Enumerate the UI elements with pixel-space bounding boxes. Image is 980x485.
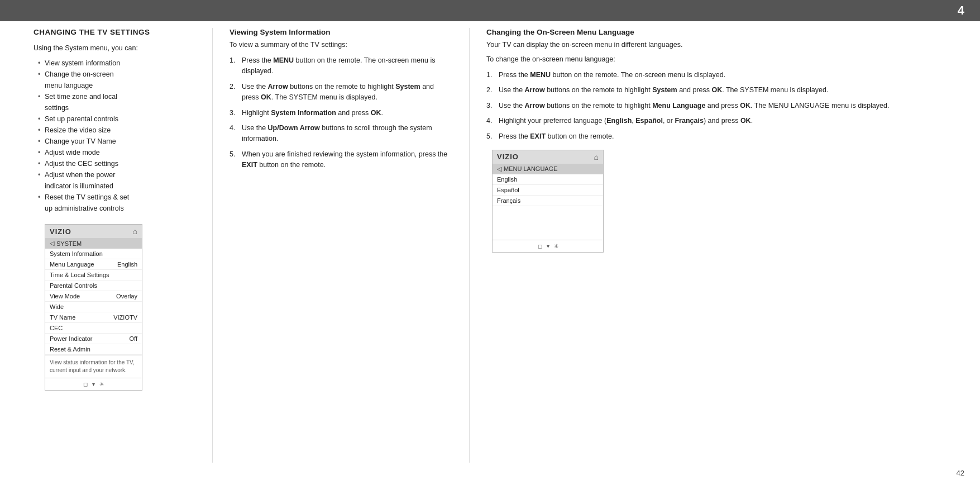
menu-item-francais: Français	[493, 196, 603, 206]
r-bold-ok3: OK	[740, 117, 751, 125]
top-bar: 4	[0, 0, 980, 21]
menu-item-power-indicator: Power IndicatorOff	[45, 334, 142, 344]
list-item: Reset the TV settings & setup administra…	[38, 192, 195, 214]
menu-item-tv-name: TV NameVIZIOTV	[45, 312, 142, 323]
menu-item-view-mode: View ModeOverlay	[45, 291, 142, 302]
section-title: CHANGING THE TV SETTINGS	[34, 28, 195, 36]
main-content: CHANGING THE TV SETTINGS Using the Syste…	[34, 28, 946, 463]
r-bold-arrow2: Arrow	[525, 102, 545, 110]
r-bold-english: English	[606, 117, 632, 125]
subheader-label: SYSTEM	[56, 240, 82, 247]
vizio-logo: VIZIO	[50, 227, 71, 236]
col-right: Changing the On-Screen Menu Language You…	[469, 28, 946, 463]
bold-ok-2: OK	[371, 109, 381, 117]
bold-arrow: Arrow	[268, 83, 288, 91]
menu-item-time-local: Time & Local Settings	[45, 270, 142, 280]
step-4: Use the Up/Down Arrow buttons to scroll …	[230, 123, 452, 145]
list-item: View system information	[38, 58, 195, 69]
list-item: Resize the video size	[38, 125, 195, 136]
nav-back-icon: ◻	[83, 381, 88, 387]
nav-down-icon: ▾	[92, 381, 95, 387]
back-arrow-icon: ◁	[50, 240, 54, 247]
back-arrow-icon-right: ◁	[497, 165, 501, 173]
r-bold-ok2: OK	[740, 102, 750, 110]
step-3: Highlight System Information and press O…	[230, 108, 452, 118]
home-icon-right: ⌂	[594, 153, 599, 161]
vizio-menu-header: VIZIO ⌂	[45, 225, 142, 238]
bold-system-info: System Information	[271, 109, 336, 117]
vizio-menu-right-header: VIZIO ⌂	[493, 150, 603, 164]
page-number: 4	[958, 3, 964, 18]
bold-menu: MENU	[273, 56, 294, 64]
menu-item-espanol: Español	[493, 185, 603, 196]
step-2: Use the Arrow buttons on the remote to h…	[230, 82, 452, 103]
menu-item-wide: Wide	[45, 302, 142, 312]
right-title: Changing the On-Screen Menu Language	[486, 28, 946, 36]
bullet-list: View system information Change the on-sc…	[38, 58, 195, 214]
r-bold-menu: MENU	[530, 71, 551, 79]
list-item: Change your TV Name	[38, 136, 195, 147]
right-step-1: Press the MENU button on the remote. The…	[486, 70, 946, 80]
menu-item-menu-language: Menu LanguageEnglish	[45, 259, 142, 270]
list-item: Adjust the CEC settings	[38, 158, 195, 169]
middle-steps: Press the MENU button on the remote. The…	[230, 55, 452, 170]
right-step-2: Use the Arrow buttons on the remote to h…	[486, 85, 946, 96]
step-1: Press the MENU button on the remote. The…	[230, 55, 452, 77]
middle-intro: To view a summary of the TV settings:	[230, 41, 452, 49]
menu-item-cec: CEC	[45, 323, 142, 334]
menu-item-parental: Parental Controls	[45, 280, 142, 291]
vizio-menu-right: VIZIO ⌂ ◁ MENU LANGUAGE English Español …	[492, 150, 604, 253]
nav-back-icon-right: ◻	[538, 243, 542, 249]
r-bold-arrow: Arrow	[525, 86, 545, 94]
col-left: CHANGING THE TV SETTINGS Using the Syste…	[34, 28, 212, 463]
right-step-5: Press the EXIT button on the remote.	[486, 131, 946, 142]
menu-nav-right: ◻ ▾ ✳	[493, 240, 603, 252]
r-bold-ok: OK	[712, 86, 723, 94]
r-bold-francais: Français	[675, 117, 703, 125]
r-bold-exit: EXIT	[530, 132, 546, 140]
middle-title: Viewing System Information	[230, 28, 452, 36]
bold-system: System	[395, 83, 420, 91]
bottom-page-number: 42	[957, 469, 964, 477]
nav-settings-icon: ✳	[99, 381, 104, 387]
list-item: Set up parental controls	[38, 113, 195, 125]
right-step-4: Highlight your preferred language (Engli…	[486, 116, 946, 126]
intro-text: Using the System menu, you can:	[34, 44, 195, 52]
right-steps: Press the MENU button on the remote. The…	[486, 70, 946, 142]
bold-ok: OK	[261, 93, 271, 101]
menu-footer: View status information for the TV, curr…	[45, 355, 142, 378]
col-middle: Viewing System Information To view a sum…	[212, 28, 469, 463]
vizio-menu-subheader: ◁ SYSTEM	[45, 238, 142, 249]
menu-item-system-info: System Information	[45, 249, 142, 259]
vizio-menu-left: VIZIO ⌂ ◁ SYSTEM System Information Menu…	[45, 224, 142, 391]
right-intro1: Your TV can display the on-screen menu i…	[486, 41, 946, 49]
nav-settings-icon-right: ✳	[554, 243, 558, 249]
right-intro2: To change the on-screen menu language:	[486, 55, 946, 63]
list-item: Adjust wide mode	[38, 147, 195, 158]
vizio-logo-right: VIZIO	[497, 153, 519, 161]
menu-nav: ◻ ▾ ✳	[45, 378, 142, 390]
r-bold-menulang: Menu Language	[652, 102, 705, 110]
r-bold-espanol: Español	[635, 117, 663, 125]
step-5: When you are finished reviewing the syst…	[230, 149, 452, 171]
vizio-right-subheader: ◁ MENU LANGUAGE	[493, 164, 603, 174]
right-step-3: Use the Arrow buttons on the remote to h…	[486, 101, 946, 111]
menu-item-english: English	[493, 174, 603, 185]
bold-exit: EXIT	[242, 161, 257, 169]
list-item: Adjust when the powerindicator is illumi…	[38, 169, 195, 192]
nav-down-icon-right: ▾	[547, 243, 549, 249]
r-bold-system: System	[652, 86, 677, 94]
menu-item-reset-admin: Reset & Admin	[45, 344, 142, 355]
bold-updown: Up/Down Arrow	[268, 124, 320, 132]
home-icon: ⌂	[133, 227, 137, 236]
subheader-label-right: MENU LANGUAGE	[504, 165, 558, 172]
list-item: Set time zone and localsettings	[38, 91, 195, 113]
list-item: Change the on-screenmenu language	[38, 69, 195, 91]
